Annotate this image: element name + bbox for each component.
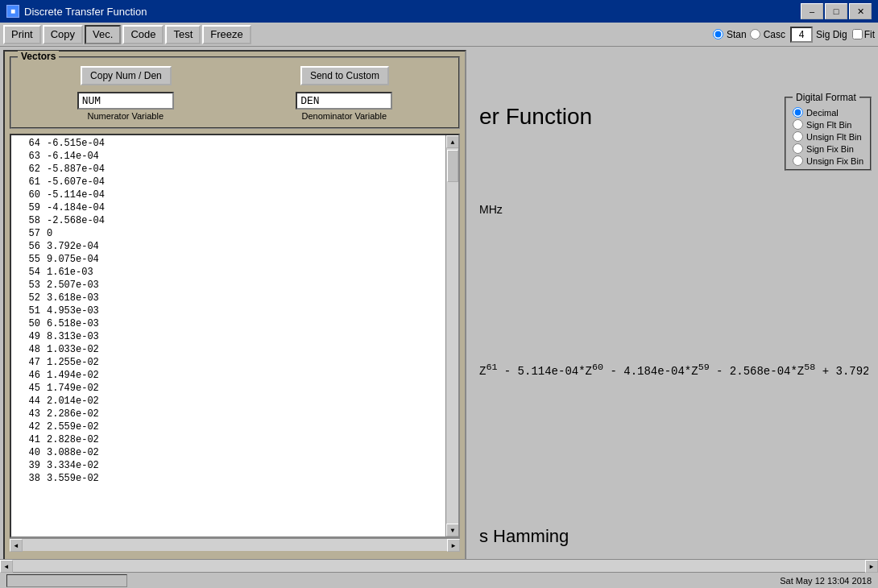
row-index: 42: [14, 420, 40, 433]
row-value: -6.515e-04: [47, 137, 105, 150]
bottom-hscroll[interactable]: ◄ ►: [0, 559, 878, 572]
table-row: 412.828e-02: [14, 433, 455, 446]
fit-checkbox[interactable]: [852, 29, 863, 39]
table-row: 563.792e-04: [14, 240, 455, 253]
freq-label: MHz: [479, 203, 868, 216]
menu-bar-right: Stan Casc Sig Dig Fit: [713, 27, 875, 43]
table-row: 62-5.887e-04: [14, 163, 455, 176]
row-value: 1.61e-03: [47, 266, 93, 279]
row-value: -5.114e-04: [47, 188, 105, 201]
vertical-scrollbar[interactable]: ▲ ▼: [445, 135, 458, 536]
table-row: 532.507e-03: [14, 279, 455, 292]
status-left-area: [6, 574, 127, 587]
row-value: 4.953e-03: [47, 304, 99, 317]
row-value: 2.014e-02: [47, 395, 99, 408]
hscroll-left[interactable]: ◄: [0, 560, 13, 573]
row-value: 8.313e-03: [47, 330, 99, 343]
row-index: 47: [14, 356, 40, 369]
den-input[interactable]: [296, 92, 392, 110]
row-value: 2.559e-02: [47, 420, 99, 433]
right-panel: Digital Format Decimal Sign Flt Bin Unsi…: [470, 47, 878, 588]
row-index: 39: [14, 459, 40, 472]
maximize-button[interactable]: □: [825, 3, 847, 19]
main-content: Vectors Copy Num / Den Send to Custom Nu…: [0, 47, 878, 588]
stan-label: Stan: [727, 29, 747, 40]
row-index: 64: [14, 137, 40, 150]
table-row: 471.255e-02: [14, 356, 455, 369]
table-row: 393.334e-02: [14, 459, 455, 472]
df-unsign-flt-bin[interactable]: Unsign Flt Bin: [793, 131, 864, 142]
df-sign-fix-bin[interactable]: Sign Fix Bin: [793, 143, 864, 154]
table-row: 403.088e-02: [14, 446, 455, 459]
minimize-button[interactable]: –: [801, 3, 823, 19]
menu-print[interactable]: Print: [3, 25, 41, 44]
row-value: 3.088e-02: [47, 446, 99, 459]
row-index: 61: [14, 176, 40, 188]
row-index: 45: [14, 382, 40, 395]
data-content: 64-6.515e-0463-6.14e-0462-5.887e-0461-5.…: [11, 135, 458, 487]
menu-vec[interactable]: Vec.: [85, 25, 121, 44]
scroll-thumb[interactable]: [447, 150, 458, 182]
row-value: 6.518e-03: [47, 317, 99, 330]
sig-dig-input[interactable]: [790, 27, 813, 43]
row-index: 50: [14, 317, 40, 330]
scroll-track: [446, 148, 458, 524]
df-sign-flt-bin[interactable]: Sign Flt Bin: [793, 119, 864, 130]
copy-num-den-button[interactable]: Copy Num / Den: [81, 66, 172, 85]
menu-freeze[interactable]: Freeze: [202, 25, 251, 44]
menu-test[interactable]: Test: [165, 25, 201, 44]
digital-format-options: Decimal Sign Flt Bin Unsign Flt Bin Sign…: [793, 107, 864, 166]
table-row: 63-6.14e-04: [14, 150, 455, 163]
num-label: Numerator Variable: [87, 111, 164, 121]
row-index: 53: [14, 279, 40, 292]
fit-label: Fit: [864, 29, 875, 40]
status-bar: Sat May 12 13:04 2018: [0, 572, 878, 588]
row-index: 41: [14, 433, 40, 446]
row-value: 3.792e-04: [47, 240, 99, 253]
row-index: 51: [14, 304, 40, 317]
data-display[interactable]: 64-6.515e-0463-6.14e-0462-5.887e-0461-5.…: [10, 134, 460, 538]
close-button[interactable]: ✕: [849, 3, 872, 19]
row-index: 52: [14, 292, 40, 304]
df-decimal[interactable]: Decimal: [793, 107, 864, 118]
radio-casc[interactable]: [750, 29, 760, 39]
h-scroll-track: [23, 539, 447, 551]
row-index: 48: [14, 343, 40, 356]
table-row: 64-6.515e-04: [14, 137, 455, 150]
row-index: 38: [14, 472, 40, 485]
radio-stan[interactable]: [713, 29, 723, 39]
table-row: 523.618e-03: [14, 292, 455, 304]
hscroll-right[interactable]: ►: [865, 560, 878, 573]
table-row: 58-2.568e-04: [14, 214, 455, 227]
table-row: 383.559e-02: [14, 472, 455, 485]
row-value: 2.507e-03: [47, 279, 99, 292]
table-row: 61-5.607e-04: [14, 176, 455, 188]
df-unsign-fix-bin[interactable]: Unsign Fix Bin: [793, 155, 864, 166]
row-value: -5.887e-04: [47, 163, 105, 176]
horizontal-scrollbar[interactable]: ◄ ►: [10, 538, 460, 551]
row-value: 9.075e-04: [47, 253, 99, 266]
row-index: 55: [14, 253, 40, 266]
scroll-up-button[interactable]: ▲: [446, 135, 459, 148]
table-row: 498.313e-03: [14, 330, 455, 343]
menu-code[interactable]: Code: [122, 25, 164, 44]
digital-format-title: Digital Format: [793, 92, 859, 103]
den-label: Denominator Variable: [301, 111, 387, 121]
row-value: -6.14e-04: [47, 150, 99, 163]
menu-copy[interactable]: Copy: [43, 25, 83, 44]
scroll-down-button[interactable]: ▼: [446, 524, 459, 536]
app-icon: ■: [6, 5, 19, 18]
formula-text: Z61 - 5.114e-04*Z60 - 4.184e-04*Z59 - 2.…: [479, 365, 868, 378]
data-area-container: 64-6.515e-0463-6.14e-0462-5.887e-0461-5.…: [10, 134, 460, 551]
fit-group: Fit: [852, 29, 875, 40]
scroll-left-button[interactable]: ◄: [10, 539, 23, 552]
row-index: 54: [14, 266, 40, 279]
scroll-right-button[interactable]: ►: [447, 539, 460, 552]
vectors-group-label: Vectors: [18, 51, 59, 62]
table-row: 506.518e-03: [14, 317, 455, 330]
row-value: -2.568e-04: [47, 214, 105, 227]
row-value: 1.033e-02: [47, 343, 99, 356]
row-index: 60: [14, 188, 40, 201]
num-input[interactable]: [77, 92, 174, 110]
send-to-custom-button[interactable]: Send to Custom: [300, 66, 389, 85]
